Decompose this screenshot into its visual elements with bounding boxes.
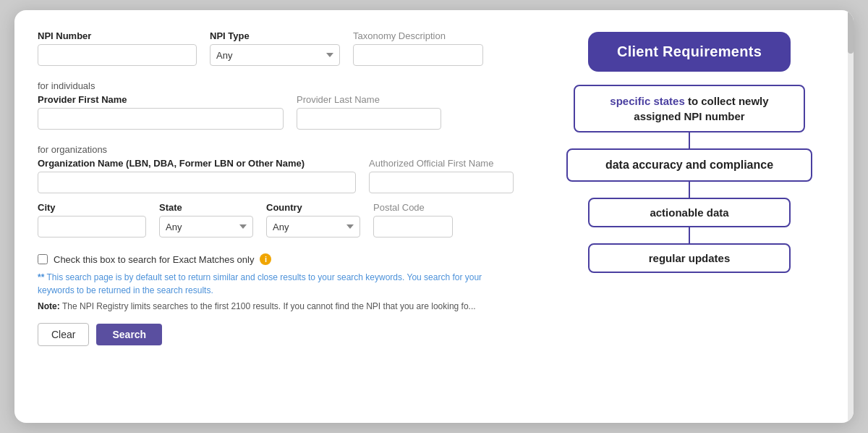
- state-label: State: [159, 202, 253, 213]
- city-label: City: [38, 202, 146, 213]
- flow-box-1-highlight: specific states: [610, 95, 684, 107]
- npi-number-label: NPI Number: [38, 30, 197, 41]
- taxonomy-label: Taxonomy Description: [353, 30, 483, 41]
- provider-last-group: Provider Last Name: [297, 94, 441, 130]
- exact-match-row: Check this box to search for Exact Match…: [38, 253, 512, 265]
- row-provider-name: Provider First Name Provider Last Name: [38, 94, 512, 130]
- city-input[interactable]: [38, 216, 146, 237]
- country-group: Country Any: [266, 202, 360, 237]
- provider-first-label: Provider First Name: [38, 94, 284, 105]
- clear-button[interactable]: Clear: [38, 323, 89, 346]
- city-group: City: [38, 202, 146, 237]
- taxonomy-input[interactable]: [353, 44, 483, 66]
- provider-first-group: Provider First Name: [38, 94, 284, 130]
- note-text-body: This search page is by default set to re…: [38, 272, 482, 295]
- npi-type-group: NPI Type Any: [210, 30, 340, 66]
- exact-match-label: Check this box to search for Exact Match…: [54, 254, 254, 265]
- npi-type-select[interactable]: Any: [210, 44, 340, 66]
- note-label: Note:: [38, 301, 60, 311]
- flow-diagram: specific states to collect newly assigne…: [542, 85, 836, 273]
- flow-box-4: regular updates: [588, 243, 791, 273]
- flow-connector-2: [689, 182, 690, 198]
- info-icon: i: [260, 253, 271, 265]
- state-group: State Any: [159, 202, 253, 237]
- postal-group: Postal Code: [373, 202, 453, 237]
- right-panel: Client Requirements specific states to c…: [535, 10, 854, 423]
- state-select[interactable]: Any: [159, 216, 253, 237]
- row-location: City State Any Country Any Postal Code: [38, 202, 512, 237]
- taxonomy-group: Taxonomy Description: [353, 30, 483, 66]
- flow-connector-1: [689, 133, 690, 148]
- buttons-row: Clear Search: [38, 323, 512, 346]
- npi-number-input[interactable]: [38, 44, 197, 66]
- note-bold-row: Note: The NPI Registry limits searches t…: [38, 300, 512, 313]
- note-asterisk-text: ** This search page is by default set to…: [38, 271, 512, 297]
- auth-first-input[interactable]: [369, 172, 514, 193]
- postal-label: Postal Code: [373, 202, 453, 213]
- note-asterisk-span: **: [38, 272, 44, 282]
- flow-box-3: actionable data: [588, 198, 791, 227]
- flow-connector-3: [689, 227, 690, 243]
- npi-number-group: NPI Number: [38, 30, 197, 66]
- flow-box-1: specific states to collect newly assigne…: [574, 85, 805, 133]
- provider-last-label: Provider Last Name: [297, 94, 441, 105]
- provider-last-input[interactable]: [297, 108, 441, 130]
- org-name-label: Organization Name (LBN, DBA, Former LBN …: [38, 158, 356, 169]
- org-name-group: Organization Name (LBN, DBA, Former LBN …: [38, 158, 356, 193]
- note-bold-body: The NPI Registry limits searches to the …: [62, 301, 476, 311]
- country-select[interactable]: Any: [266, 216, 360, 237]
- flow-box-2: data accuracy and compliance: [566, 148, 812, 182]
- country-label: Country: [266, 202, 360, 213]
- row-org: Organization Name (LBN, DBA, Former LBN …: [38, 158, 512, 193]
- auth-first-label: Authorized Official First Name: [369, 158, 514, 169]
- for-organizations-label: for organizations: [38, 144, 512, 155]
- npi-type-label: NPI Type: [210, 30, 340, 41]
- scroll-thumb[interactable]: [848, 10, 854, 54]
- search-button[interactable]: Search: [96, 324, 162, 345]
- postal-input[interactable]: [373, 216, 453, 237]
- auth-first-group: Authorized Official First Name: [369, 158, 514, 193]
- left-panel: NPI Number NPI Type Any Taxonomy Descrip…: [14, 10, 535, 423]
- client-requirements-button[interactable]: Client Requirements: [588, 32, 791, 72]
- provider-first-input[interactable]: [38, 108, 284, 130]
- scroll-strip: [848, 10, 854, 423]
- row-npi: NPI Number NPI Type Any Taxonomy Descrip…: [38, 30, 512, 66]
- for-individuals-label: for individuals: [38, 80, 512, 91]
- exact-match-checkbox[interactable]: [38, 254, 48, 264]
- main-card: NPI Number NPI Type Any Taxonomy Descrip…: [14, 10, 854, 423]
- org-name-input[interactable]: [38, 172, 356, 193]
